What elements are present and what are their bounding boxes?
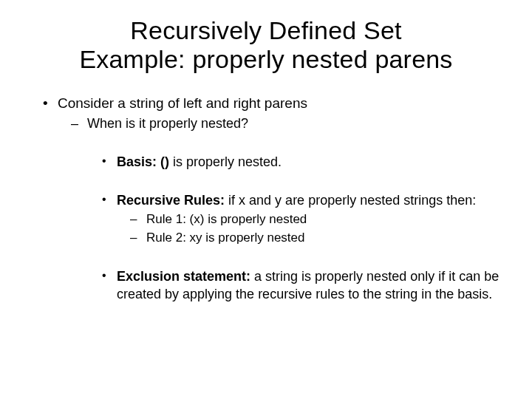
l1-item: Consider a string of left and right pare… <box>22 95 510 303</box>
title-line-1: Recursively Defined Set <box>130 16 401 44</box>
rule-1: Rule 1: (x) is properly nested <box>117 211 510 228</box>
bullet-list-level-2: When is it properly nested? Basis: () is… <box>58 115 510 303</box>
rr-label: Recursive Rules: <box>117 193 225 208</box>
slide: Recursively Defined Set Example: properl… <box>0 0 532 399</box>
exclusion-item: Exclusion statement: a string is properl… <box>87 267 510 304</box>
l2-text: When is it properly nested? <box>87 116 248 131</box>
basis-parens: () <box>160 154 169 169</box>
basis-item: Basis: () is properly nested. <box>87 153 510 171</box>
bullet-list-level-1: Consider a string of left and right pare… <box>22 95 510 303</box>
bullet-list-level-3a: Basis: () is properly nested. <box>87 153 510 171</box>
rule-1-text: Rule 1: (x) is properly nested <box>146 212 307 226</box>
rr-rest: if x and y are properly nested strings t… <box>225 193 476 208</box>
excl-label: Exclusion statement: <box>117 269 250 284</box>
rule-2-text: Rule 2: xy is properly nested <box>146 231 305 245</box>
l2-item: When is it properly nested? Basis: () is… <box>58 115 510 303</box>
title-line-2: Example: properly nested parens <box>79 45 452 73</box>
slide-title: Recursively Defined Set Example: properl… <box>22 16 510 74</box>
l1-text: Consider a string of left and right pare… <box>58 95 307 111</box>
bullet-list-level-3b: Recursive Rules: if x and y are properly… <box>87 191 510 246</box>
recursive-rules-item: Recursive Rules: if x and y are properly… <box>87 191 510 246</box>
rule-2: Rule 2: xy is properly nested <box>117 230 510 247</box>
bullet-list-level-4: Rule 1: (x) is properly nested Rule 2: x… <box>117 211 510 247</box>
basis-rest: is properly nested. <box>169 154 282 169</box>
basis-label: Basis: <box>117 154 157 169</box>
bullet-list-level-3c: Exclusion statement: a string is properl… <box>87 267 510 304</box>
